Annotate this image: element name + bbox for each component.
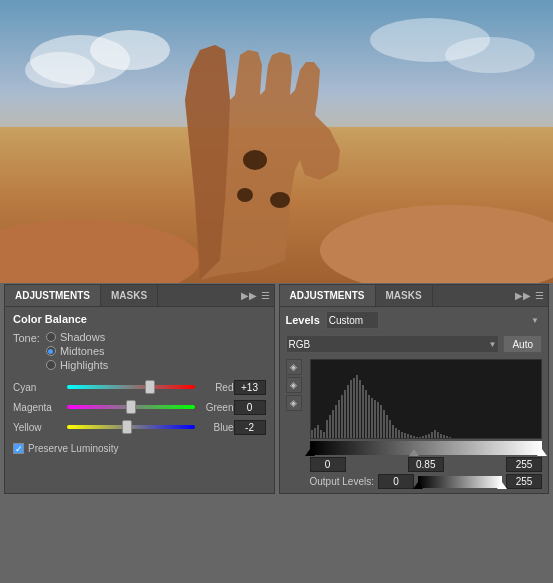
black-point-triangle[interactable] [305, 449, 315, 456]
eyedropper-gray[interactable]: ◈ [286, 377, 302, 393]
preset-select-wrapper: Custom [326, 311, 542, 329]
eyedropper-white[interactable]: ◈ [286, 395, 302, 411]
output-levels-label: Output Levels: [310, 476, 374, 487]
levels-panel: ADJUSTMENTS MASKS ▶▶ ☰ Levels Custom [279, 284, 550, 494]
svg-rect-32 [374, 400, 376, 438]
channel-select-wrapper: RGB Red Green Blue [286, 335, 500, 353]
svg-rect-51 [431, 432, 433, 438]
output-white-triangle[interactable] [497, 482, 507, 489]
main-scene: ADJUSTMENTS MASKS ▶▶ ☰ Color Balance Ton… [0, 0, 553, 583]
cyan-red-slider-track[interactable] [67, 379, 195, 395]
svg-rect-47 [419, 437, 421, 438]
magenta-label: Magenta [13, 402, 63, 413]
svg-rect-24 [350, 380, 352, 438]
radio-shadows[interactable]: Shadows [46, 331, 108, 343]
output-black-value[interactable]: 0 [378, 474, 414, 489]
red-label: Red [199, 382, 234, 393]
svg-rect-36 [386, 415, 388, 438]
svg-rect-42 [404, 433, 406, 438]
svg-rect-23 [347, 385, 349, 438]
radio-highlights[interactable]: Highlights [46, 359, 108, 371]
svg-rect-18 [332, 410, 334, 438]
svg-rect-21 [341, 395, 343, 438]
svg-rect-11 [311, 430, 313, 438]
blue-label: Blue [199, 422, 234, 433]
magenta-green-slider-track[interactable] [67, 399, 195, 415]
svg-rect-27 [359, 380, 361, 438]
cyan-label: Cyan [13, 382, 63, 393]
svg-rect-26 [356, 375, 358, 438]
auto-button[interactable]: Auto [503, 335, 542, 353]
svg-rect-31 [371, 398, 373, 438]
forward-icon-right[interactable]: ▶▶ [515, 290, 531, 301]
svg-point-5 [0, 220, 200, 283]
output-black-triangle[interactable] [413, 482, 423, 489]
svg-rect-55 [443, 435, 445, 438]
histogram-svg [311, 360, 542, 438]
background-image [0, 0, 553, 283]
input-white-value[interactable]: 255 [506, 457, 542, 472]
histogram-area: ◈ ◈ ◈ [286, 359, 543, 489]
output-bar-container [418, 476, 502, 488]
mid-point-triangle[interactable] [409, 449, 419, 456]
tab-masks-right[interactable]: MASKS [376, 285, 433, 306]
svg-rect-14 [320, 430, 322, 438]
svg-rect-48 [422, 436, 424, 438]
color-balance-sliders: Cyan Red +13 Magenta [13, 379, 266, 435]
panel-left-tabs: ADJUSTMENTS MASKS ▶▶ ☰ [5, 285, 274, 307]
radio-midtones[interactable]: Midtones [46, 345, 108, 357]
input-black-value[interactable]: 0 [310, 457, 346, 472]
levels-body: Levels Custom RGB Red Green Blue [280, 307, 549, 493]
output-bar [418, 476, 502, 488]
color-balance-panel: ADJUSTMENTS MASKS ▶▶ ☰ Color Balance Ton… [4, 284, 275, 494]
svg-rect-30 [368, 395, 370, 438]
input-mid-value[interactable]: 0.85 [408, 457, 444, 472]
magenta-green-thumb[interactable] [126, 400, 136, 414]
tab-masks-left[interactable]: MASKS [101, 285, 158, 306]
svg-rect-29 [365, 390, 367, 438]
white-point-triangle[interactable] [537, 449, 547, 456]
svg-point-4 [445, 37, 535, 73]
svg-rect-33 [377, 402, 379, 438]
yellow-blue-slider-track[interactable] [67, 419, 195, 435]
preserve-checkbox[interactable]: ✓ [13, 443, 24, 454]
color-balance-body: Color Balance Tone: Shadows Midtones [5, 307, 274, 460]
yellow-blue-thumb[interactable] [122, 420, 132, 434]
svg-rect-57 [449, 437, 451, 438]
radio-circle-highlights [46, 360, 56, 370]
input-levels-container [310, 441, 543, 455]
output-levels-row: Output Levels: 0 255 [310, 474, 543, 489]
svg-rect-52 [434, 430, 436, 438]
histogram-container [310, 359, 543, 439]
menu-icon[interactable]: ☰ [261, 290, 270, 301]
tone-row: Tone: Shadows Midtones Highlights [13, 331, 266, 371]
svg-rect-37 [389, 420, 391, 438]
channel-select[interactable]: RGB Red Green Blue [286, 335, 500, 353]
preserve-label: Preserve Luminosity [28, 443, 119, 454]
levels-header: Levels Custom [286, 311, 543, 329]
tab-adjustments-right[interactable]: ADJUSTMENTS [280, 285, 376, 306]
cyan-red-thumb[interactable] [145, 380, 155, 394]
panel-left-title: Color Balance [13, 313, 266, 325]
radio-circle-shadows [46, 332, 56, 342]
eyedropper-column: ◈ ◈ ◈ [286, 359, 302, 489]
svg-rect-56 [446, 436, 448, 438]
tab-adjustments-left[interactable]: ADJUSTMENTS [5, 285, 101, 306]
preset-select[interactable]: Custom [326, 311, 379, 329]
tone-radio-group: Shadows Midtones Highlights [46, 331, 108, 371]
magenta-green-value: 0 [234, 400, 266, 415]
magenta-green-track [67, 405, 195, 409]
eyedropper-black[interactable]: ◈ [286, 359, 302, 375]
svg-rect-39 [395, 428, 397, 438]
levels-title: Levels [286, 314, 320, 326]
forward-icon[interactable]: ▶▶ [241, 290, 257, 301]
hand-svg [0, 0, 553, 283]
output-white-value[interactable]: 255 [506, 474, 542, 489]
menu-icon-right[interactable]: ☰ [535, 290, 544, 301]
cyan-red-row: Cyan Red +13 [13, 379, 266, 395]
svg-rect-12 [314, 428, 316, 438]
yellow-blue-track [67, 425, 195, 429]
svg-rect-28 [362, 385, 364, 438]
svg-rect-41 [401, 432, 403, 438]
svg-rect-17 [329, 415, 331, 438]
